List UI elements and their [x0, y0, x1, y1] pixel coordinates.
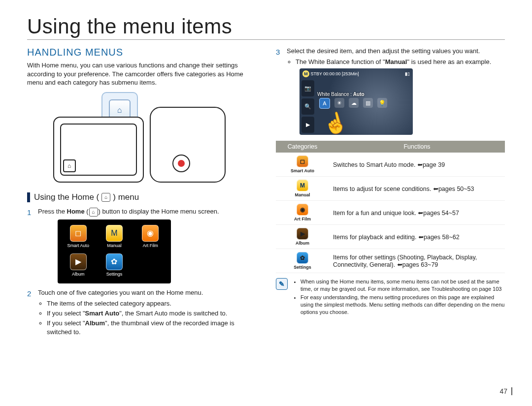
art-film-icon: ◉	[297, 204, 308, 216]
home-menu-item-smart-auto: ◻︎ Smart Auto	[63, 224, 94, 250]
home-menu-item-album: ▶ Album	[63, 253, 94, 279]
camcorder-lcd: ⌂	[53, 117, 144, 183]
table-row: ▶Album Items for playback and editing. ➥…	[276, 225, 505, 249]
table-header-categories: Categories	[276, 141, 329, 153]
battery-icon: ▮▯	[405, 71, 410, 77]
step-number: 1	[27, 207, 31, 218]
bullet: The White Balance function of "Manual" i…	[296, 58, 505, 66]
page-ref-arrow-icon: ➥	[418, 209, 423, 217]
bullet: If you select "Album", the thumbnail vie…	[47, 319, 256, 337]
art-film-icon: ◉	[142, 225, 159, 242]
step-2: 2 Touch one of five categories you want …	[27, 288, 256, 337]
table-header-functions: Functions	[329, 141, 505, 153]
side-tab-camera-icon: 📷	[301, 80, 314, 96]
manual-icon: M	[106, 225, 123, 242]
wb-option-tungsten-icon: 💡	[377, 98, 387, 108]
home-menu-screen: ◻︎ Smart Auto M Manual ◉ Art Film ▶	[58, 219, 171, 283]
album-icon: ▶	[297, 228, 308, 240]
intro-text: With Home menu, you can use various func…	[27, 61, 256, 87]
touch-finger-icon: ☝	[320, 107, 351, 135]
note-item: When using the Home menu items, some men…	[300, 278, 505, 293]
home-menu-item-settings: ✿ Settings	[99, 253, 130, 279]
side-tab-play-icon: ▶	[301, 117, 314, 133]
manual-icon: M	[297, 180, 308, 191]
step-1: 1 Press the Home (⌂) button to display t…	[27, 207, 256, 283]
white-balance-screen: M STBY 00:00:00 [253Min] ▮▯ 📷 🔍 ▶ White …	[299, 68, 413, 135]
page-ref-arrow-icon: ➥	[418, 233, 424, 241]
home-icon: ⌂	[101, 193, 110, 202]
record-button-icon	[172, 155, 190, 172]
settings-icon: ✿	[106, 253, 123, 270]
section-title: HANDLING MENUS	[27, 47, 256, 58]
white-balance-label: White Balance : Auto	[317, 91, 365, 98]
note-icon: ✎	[276, 278, 288, 290]
camcorder-figure: ⌂ ⌂	[53, 92, 231, 186]
wb-option-cloudy-icon: ☁	[349, 98, 359, 108]
page-ref-arrow-icon: ➥	[417, 161, 423, 168]
table-row: ✿Settings Items for other settings (Shoo…	[276, 249, 505, 273]
home-icon: ⌂	[89, 208, 98, 217]
home-menu-item-manual: M Manual	[99, 224, 130, 250]
page-ref-arrow-icon: ➥	[397, 261, 402, 268]
album-icon: ▶	[70, 253, 87, 270]
camcorder-body	[150, 107, 226, 183]
bullet: If you select "Smart Auto", the Smart Au…	[47, 309, 256, 318]
settings-icon: ✿	[297, 252, 308, 264]
smart-auto-icon: ◻︎	[70, 225, 87, 242]
categories-table: Categories Functions ◻︎Smart Auto Switch…	[276, 141, 505, 273]
table-row: ◉Art Film Item for a fun and unique look…	[276, 201, 505, 225]
home-menu-item-art-film: ◉ Art Film	[135, 224, 166, 250]
manual-mode-badge: M	[302, 70, 309, 77]
page-number: 47	[499, 387, 512, 395]
table-row: MManual Items to adjust for scene condit…	[276, 177, 505, 201]
wb-option-auto-icon: A	[319, 98, 330, 109]
note-item: For easy understanding, the menu setting…	[300, 294, 505, 316]
wb-option-fluorescent-icon: ▥	[363, 98, 373, 108]
step-number: 2	[27, 288, 31, 299]
step-3: 3 Select the desired item, and then adju…	[276, 47, 505, 135]
chapter-title: Using the menu items	[27, 15, 505, 40]
home-button-on-device: ⌂	[63, 159, 76, 172]
recording-status: STBY 00:00:00 [253Min]	[311, 71, 359, 76]
notes-box: ✎ When using the Home menu items, some m…	[276, 278, 505, 316]
step-number: 3	[276, 47, 280, 57]
white-balance-options: A ☀ ☁ ▥ 💡	[319, 98, 387, 109]
subsection-title: Using the Home (⌂) menu	[27, 192, 256, 202]
bullet: The items of the selected category appea…	[47, 299, 256, 308]
table-row: ◻︎Smart Auto Switches to Smart Auto mode…	[276, 153, 505, 177]
side-tab-zoom-icon: 🔍	[301, 98, 314, 115]
page-ref-arrow-icon: ➥	[433, 185, 438, 192]
smart-auto-icon: ◻︎	[297, 156, 308, 167]
home-icon: ⌂	[117, 106, 122, 115]
